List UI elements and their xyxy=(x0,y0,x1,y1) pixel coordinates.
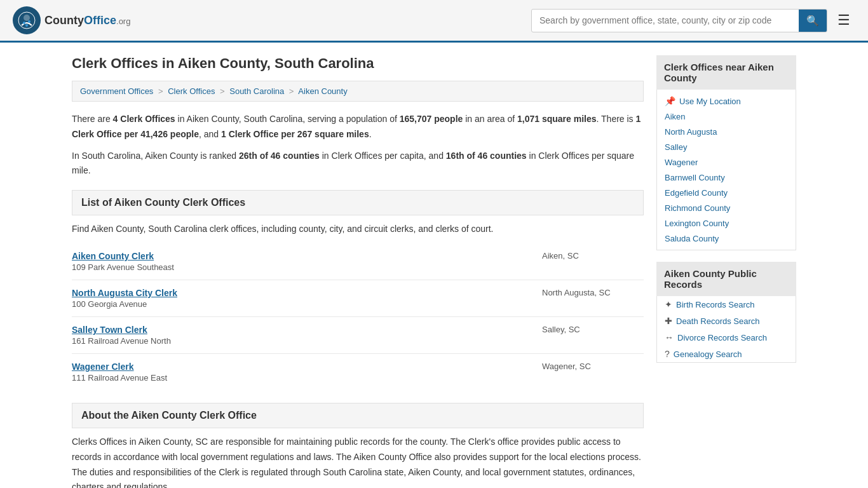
records-section-header: Aiken County Public Records xyxy=(656,262,796,296)
logo-icon xyxy=(13,6,41,34)
list-item: Saluda County xyxy=(657,231,796,246)
table-row: Aiken County Clerk 109 Park Avenue South… xyxy=(72,243,644,280)
nearby-link-lexington[interactable]: Lexington County xyxy=(665,219,729,228)
breadcrumb-south-carolina[interactable]: South Carolina xyxy=(229,86,284,96)
sidebar: Clerk Offices near Aiken County 📌 Use My… xyxy=(656,55,796,488)
info-paragraph-2: In South Carolina, Aiken County is ranke… xyxy=(72,149,644,179)
birth-records-icon: ✦ xyxy=(665,299,672,309)
breadcrumb-clerk-offices[interactable]: Clerk Offices xyxy=(168,86,215,96)
clerk-name-link[interactable]: North Augusta City Clerk xyxy=(72,288,529,298)
nearby-link-richmond[interactable]: Richmond County xyxy=(665,203,730,213)
logo-text: CountyOffice.org xyxy=(44,14,130,27)
use-location-link[interactable]: Use My Location xyxy=(679,97,741,106)
list-item: Salley xyxy=(657,139,796,154)
nearby-link-salley[interactable]: Salley xyxy=(665,142,687,152)
list-item: Edgefield County xyxy=(657,185,796,200)
svg-point-2 xyxy=(23,22,25,24)
nearby-link-aiken[interactable]: Aiken xyxy=(665,112,686,121)
list-item: ✦ Birth Records Search xyxy=(657,296,796,313)
content-area: Clerk Offices in Aiken County, South Car… xyxy=(72,55,644,488)
genealogy-link[interactable]: Genealogy Search xyxy=(674,349,742,359)
clerk-city: Salley, SC xyxy=(529,325,644,334)
header: CountyOffice.org 🔍 ☰ xyxy=(0,0,868,43)
page-title: Clerk Offices in Aiken County, South Car… xyxy=(72,55,644,72)
logo-area: CountyOffice.org xyxy=(13,6,130,34)
birth-records-link[interactable]: Birth Records Search xyxy=(676,300,755,309)
nearby-link-barnwell[interactable]: Barnwell County xyxy=(665,173,725,182)
nearby-link-saluda[interactable]: Saluda County xyxy=(665,234,719,243)
svg-point-1 xyxy=(24,15,30,21)
clerk-address: 109 Park Avenue Southeast xyxy=(72,262,529,272)
clerk-address: 111 Railroad Avenue East xyxy=(72,373,529,383)
records-list: ✦ Birth Records Search ✚ Death Records S… xyxy=(656,296,796,363)
nearby-section-header: Clerk Offices near Aiken County xyxy=(656,55,796,90)
breadcrumb: Government Offices > Clerk Offices > Sou… xyxy=(72,81,644,102)
clerk-city: Aiken, SC xyxy=(529,251,644,261)
breadcrumb-gov-offices[interactable]: Government Offices xyxy=(80,86,153,96)
table-row: Wagener Clerk 111 Railroad Avenue East W… xyxy=(72,354,644,390)
list-item: Lexington County xyxy=(657,215,796,231)
svg-point-4 xyxy=(25,24,28,27)
about-section-description: Clerks Offices in Aiken County, SC are r… xyxy=(72,435,644,488)
genealogy-icon: ? xyxy=(665,349,670,359)
clerk-name-link[interactable]: Aiken County Clerk xyxy=(72,251,529,261)
nearby-list: 📌 Use My Location Aiken North Augusta Sa… xyxy=(656,90,796,250)
death-records-icon: ✚ xyxy=(665,316,672,326)
about-section-header: About the Aiken County Clerk Office xyxy=(72,403,644,428)
search-button[interactable]: 🔍 xyxy=(799,10,827,32)
death-records-link[interactable]: Death Records Search xyxy=(676,316,760,326)
nearby-link-north-augusta[interactable]: North Augusta xyxy=(665,127,717,137)
hamburger-menu-button[interactable]: ☰ xyxy=(832,10,855,31)
pin-icon: 📌 xyxy=(665,96,675,106)
nearby-link-edgefield[interactable]: Edgefield County xyxy=(665,188,728,198)
list-item: ? Genealogy Search xyxy=(657,346,796,362)
clerk-list: Aiken County Clerk 109 Park Avenue South… xyxy=(72,243,644,390)
clerk-address: 161 Railroad Avenue North xyxy=(72,336,529,346)
main-container: Clerk Offices in Aiken County, South Car… xyxy=(59,43,809,488)
list-item: ✚ Death Records Search xyxy=(657,313,796,329)
clerk-city: Wagener, SC xyxy=(529,362,644,371)
list-section-description: Find Aiken County, South Carolina clerk … xyxy=(72,222,644,237)
list-item: Wagener xyxy=(657,154,796,170)
list-item: Richmond County xyxy=(657,200,796,215)
clerk-address: 100 Georgia Avenue xyxy=(72,299,529,309)
list-item: Barnwell County xyxy=(657,170,796,185)
list-item: ↔ Divorce Records Search xyxy=(657,329,796,346)
clerk-name-link[interactable]: Salley Town Clerk xyxy=(72,325,529,335)
search-box: 🔍 xyxy=(531,9,827,32)
list-item: Aiken xyxy=(657,109,796,124)
list-item: North Augusta xyxy=(657,124,796,139)
info-paragraph-1: There are 4 Clerk Offices in Aiken Count… xyxy=(72,112,644,142)
use-location-item: 📌 Use My Location xyxy=(657,93,796,109)
table-row: Salley Town Clerk 161 Railroad Avenue No… xyxy=(72,317,644,354)
table-row: North Augusta City Clerk 100 Georgia Ave… xyxy=(72,280,644,317)
nearby-link-wagener[interactable]: Wagener xyxy=(665,158,698,167)
svg-point-3 xyxy=(28,20,31,23)
search-input[interactable] xyxy=(532,10,799,30)
list-section-header: List of Aiken County Clerk Offices xyxy=(72,190,644,215)
clerk-name-link[interactable]: Wagener Clerk xyxy=(72,362,529,372)
divorce-records-icon: ↔ xyxy=(665,332,674,342)
clerk-city: North Augusta, SC xyxy=(529,288,644,297)
divorce-records-link[interactable]: Divorce Records Search xyxy=(677,333,767,342)
records-section: Aiken County Public Records ✦ Birth Reco… xyxy=(656,262,796,363)
breadcrumb-aiken-county[interactable]: Aiken County xyxy=(298,86,347,96)
nearby-section: Clerk Offices near Aiken County 📌 Use My… xyxy=(656,55,796,250)
search-area: 🔍 ☰ xyxy=(531,9,855,32)
